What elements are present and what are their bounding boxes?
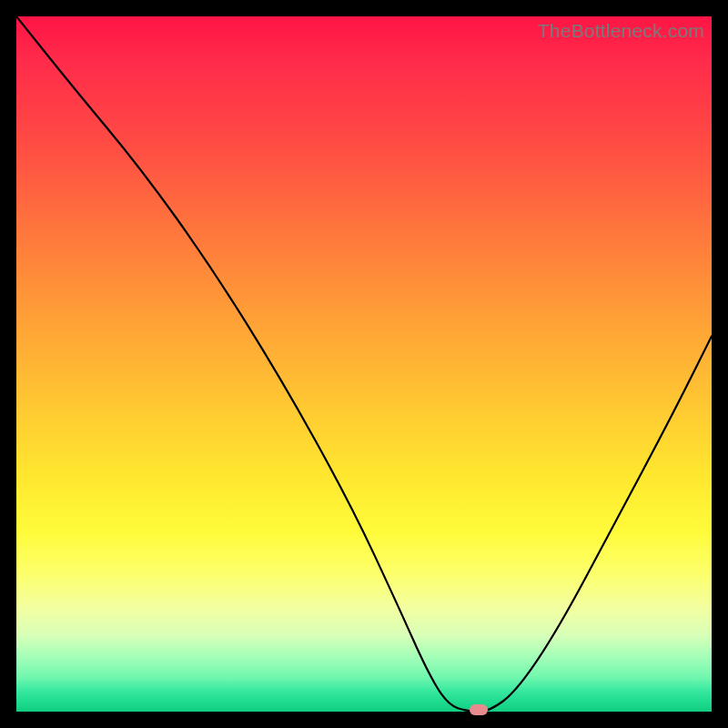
optimum-marker (470, 704, 488, 715)
bottleneck-curve (16, 16, 712, 712)
curve-path (16, 16, 712, 712)
chart-plot-area: TheBottleneck.com (16, 16, 712, 712)
chart-frame: TheBottleneck.com (0, 0, 728, 728)
